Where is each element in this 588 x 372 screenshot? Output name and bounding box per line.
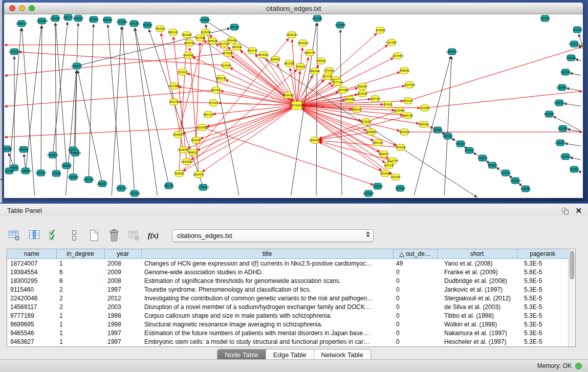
graph-node[interactable]: 18724007 [290, 101, 304, 110]
delete-column-button[interactable] [107, 228, 121, 243]
graph-node[interactable]: 7625402 [174, 170, 184, 177]
graph-node[interactable]: 9654923 [399, 129, 409, 135]
graph-node[interactable]: 12213987 [386, 39, 397, 46]
graph-node[interactable]: 9129966 [566, 55, 576, 61]
graph-node[interactable]: 16958187 [97, 181, 108, 187]
graph-node[interactable]: 2522547 [390, 174, 401, 180]
table-row[interactable]: 946554611997Estimation of the future num… [7, 329, 568, 338]
graph-node[interactable]: 15751074 [569, 41, 580, 47]
graph-node[interactable]: 9242848 [221, 62, 231, 69]
graph-node[interactable]: 10688809 [365, 129, 377, 135]
graph-node[interactable]: 9227349 [560, 69, 571, 75]
graph-node[interactable]: 9175685 [223, 50, 233, 56]
panel-resize-handle[interactable]: ◂ [0, 177, 3, 182]
graph-node[interactable]: 1527602 [89, 16, 99, 23]
graph-node[interactable]: 1588520 [270, 56, 280, 62]
graph-node[interactable]: 20564486 [344, 96, 355, 102]
graph-node[interactable]: 7986322 [352, 106, 362, 113]
graph-node[interactable]: 9990448 [310, 68, 320, 74]
column-header-title[interactable]: title [141, 249, 393, 259]
graph-node[interactable]: 15716416 [198, 184, 209, 190]
graph-node[interactable]: 2867608 [232, 44, 242, 50]
graph-node[interactable]: 6497568 [338, 87, 348, 93]
scrollbar-thumb[interactable] [570, 251, 574, 279]
column-header-pagerank[interactable]: pagerank [517, 249, 568, 259]
graph-node[interactable]: 12444157 [554, 100, 565, 106]
graph-node[interactable]: 1913806 [18, 146, 29, 152]
column-header-out_degree[interactable]: △ out_de… [393, 249, 437, 259]
table-row[interactable]: 1456911722003Disruption of a novel membe… [7, 303, 568, 312]
column-header-in_degree[interactable]: in_degree [56, 249, 104, 259]
graph-node[interactable]: 18300295 [282, 92, 294, 98]
graph-node[interactable]: 10025488 [394, 107, 405, 114]
graph-node[interactable]: 7462667 [357, 83, 367, 90]
graph-node[interactable]: 9146821 [258, 52, 269, 58]
graph-node[interactable]: 30691406 [36, 18, 48, 24]
graph-node[interactable]: 1362615 [295, 63, 306, 70]
select-columns-checklist-button[interactable] [47, 228, 61, 243]
tab-network-table[interactable]: Network Table [314, 349, 371, 360]
graph-node[interactable]: 10653287 [73, 15, 84, 21]
graph-node[interactable]: 16848784 [446, 49, 458, 55]
graph-node[interactable]: 1145193 [51, 170, 61, 177]
graph-node[interactable]: 9245652 [520, 186, 531, 192]
graph-node[interactable]: 10654112 [510, 178, 521, 184]
graph-node[interactable]: 16033809 [199, 17, 210, 23]
graph-node[interactable]: 6734028 [324, 68, 334, 74]
graph-node[interactable]: 8427552 [211, 87, 221, 93]
graph-node[interactable]: 12213589 [168, 83, 180, 89]
table-row[interactable]: 911546021997Tourette syndrome. Phenomeno… [7, 285, 568, 294]
graph-node[interactable]: 8938922 [443, 133, 453, 139]
graph-node[interactable]: 8454749 [247, 48, 257, 54]
graph-node[interactable]: 7955812 [316, 58, 326, 64]
window-titlebar[interactable]: citations_edges.txt [4, 3, 583, 14]
graph-node[interactable]: 12153553 [197, 124, 208, 130]
graph-node[interactable]: 331394 [5, 168, 14, 174]
tab-edge-table[interactable]: Edge Table [266, 349, 314, 360]
graph-node[interactable]: 15692971 [555, 140, 566, 146]
zoom-window-button[interactable] [29, 5, 35, 11]
graph-node[interactable]: 10719155 [116, 19, 127, 25]
graph-node[interactable]: 9127508 [195, 35, 205, 41]
graph-node[interactable]: 7485063 [399, 68, 409, 74]
graph-node[interactable]: 8867110 [203, 112, 213, 118]
graph-node[interactable]: 30975887 [61, 163, 72, 169]
graph-node[interactable]: 16914479 [193, 171, 204, 178]
table-row[interactable]: 1872400712008Changes of HCN gene express… [7, 259, 568, 268]
graph-node[interactable]: 8226058 [201, 29, 211, 35]
graph-node[interactable]: 16581837 [363, 190, 374, 196]
graph-node[interactable]: 9857791 [164, 183, 174, 189]
graph-node[interactable]: 9777169 [333, 79, 343, 85]
graph-node[interactable]: 7857224 [229, 24, 239, 30]
graph-node[interactable]: 8813054 [312, 15, 322, 21]
graph-node[interactable]: 18807249 [372, 140, 383, 146]
table-row[interactable]: 969969511998Structural magnetic resonanc… [7, 320, 568, 329]
graph-node[interactable]: 12342737 [35, 170, 47, 176]
graph-node[interactable]: 8471626 [500, 170, 511, 176]
graph-node[interactable]: 8822037 [284, 60, 294, 67]
graph-node[interactable]: 817004 [209, 100, 218, 106]
graph-node[interactable]: 8186328 [207, 38, 217, 44]
minimize-window-button[interactable] [19, 5, 25, 11]
graph-node[interactable]: 18325419 [286, 32, 297, 38]
close-panel-icon[interactable]: ✕ [575, 207, 582, 214]
graph-node[interactable]: 8912954 [182, 32, 192, 38]
graph-node[interactable]: 6879197 [455, 141, 466, 147]
citation-network-graph[interactable]: 1872400724055724306914061055328720531701… [4, 14, 583, 198]
row-height-button[interactable] [67, 228, 81, 243]
graph-node[interactable]: 1112734 [573, 27, 582, 33]
graph-node[interactable]: 3624534 [357, 91, 367, 97]
graph-node[interactable]: 16640910 [297, 40, 309, 46]
graph-node[interactable]: 16782759 [116, 185, 127, 191]
graph-node[interactable]: 621601 [384, 101, 393, 107]
graph-node[interactable]: 24055724 [16, 20, 27, 27]
table-mode-button[interactable] [7, 228, 21, 243]
table-row[interactable]: 977716911998Corpus callosum shape and si… [7, 312, 568, 320]
table-row[interactable]: 1830029562008Estimation of significance … [7, 276, 568, 285]
graph-node[interactable]: 12923468 [129, 190, 140, 196]
graph-node[interactable]: 12093887 [556, 84, 568, 91]
tab-node-table[interactable]: Node Table [217, 349, 266, 360]
graph-node[interactable]: 20206576 [47, 152, 58, 158]
graph-node[interactable]: 19218586 [335, 22, 346, 28]
graph-node[interactable]: 10973493 [392, 53, 403, 59]
